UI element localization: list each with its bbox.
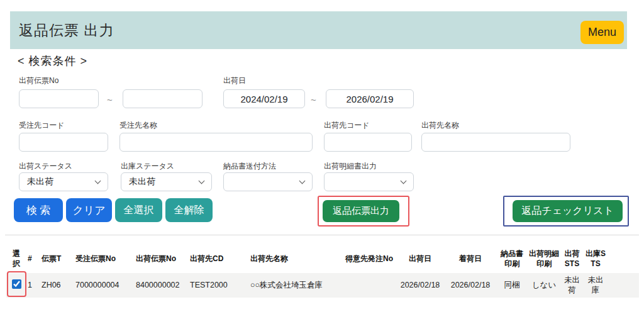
col-header-dest-name: 出荷先名称 [249,245,342,273]
row-outbound-sts: 未出庫 [583,273,608,298]
row-dest-cd: TEST2000 [189,273,249,298]
outbound-status-select[interactable]: 未出荷 [121,172,212,191]
slip-no-to-input[interactable] [123,89,203,108]
col-header-outbound-sts: 出庫STS [583,245,608,273]
results-table: 選択 # 伝票T 受注伝票No 出荷伝票No 出荷先CD 出荷先名称 得意先発注… [6,245,639,298]
col-header-delivery-note-print: 納品書印刷 [497,245,527,273]
ship-status-label: 出荷ステータス [19,161,72,172]
page-title: 返品伝票 出力 [19,21,114,40]
ship-date-from-input[interactable] [223,89,305,108]
order-code-label: 受注先コード [19,120,65,131]
section-divider [5,235,639,235]
search-conditions-title: < 検索条件 > [18,53,87,69]
row-ship-date: 2026/02/18 [396,273,444,298]
select-all-button[interactable]: 全選択 [115,198,162,222]
ship-date-to-input[interactable] [326,89,414,108]
col-header-ship-sts: 出荷STS [561,245,583,273]
col-header-order-slip-no: 受注伝票No [74,245,135,273]
row-arrival-date: 2026/02/18 [444,273,497,298]
outbound-status-value: 未出荷 [129,176,155,187]
delivery-note-method-label: 納品書送付方法 [223,161,276,172]
col-header-customer-order-no: 得意先発注No [342,245,396,273]
order-code-input[interactable] [19,133,108,152]
col-header-num: # [26,245,40,273]
col-header-arrival-date: 着荷日 [444,245,497,273]
menu-button[interactable]: Menu [580,21,624,44]
col-header-ship-date: 出荷日 [396,245,444,273]
row-ship-slip-no: 8400000002 [135,273,189,298]
ship-status-value: 未出荷 [27,176,53,187]
order-name-input[interactable] [119,133,313,152]
row-delivery-note-print: 同梱 [497,273,527,298]
col-header-slip-t: 伝票T [40,245,74,273]
row-slip-t: ZH06 [40,273,74,298]
search-button[interactable]: 検 索 [14,198,63,222]
row-select-checkbox[interactable] [12,279,21,289]
chevron-down-icon [299,177,306,184]
slip-no-range-tilde: ~ [107,94,113,105]
row-ship-sts: 未出荷 [561,273,583,298]
chevron-down-icon [401,177,407,184]
order-name-label: 受注先名称 [119,120,157,131]
delivery-note-method-select[interactable] [223,172,313,191]
row-ship-detail-print: しない [527,273,561,298]
slip-no-from-input[interactable] [19,89,99,108]
outbound-status-label: 出庫ステータス [121,161,174,172]
ship-date-label: 出荷日 [223,76,246,86]
col-header-ship-detail-print: 出荷明細印刷 [527,245,561,273]
row-customer-order-no [342,273,396,298]
col-header-dest-cd: 出荷先CD [189,245,249,273]
dest-name-label: 出荷先名称 [421,120,459,131]
col-header-filler [608,245,639,273]
shipping-detail-output-label: 出荷明細書出力 [324,161,377,172]
dest-name-input[interactable] [421,133,570,152]
ship-date-range-tilde: ~ [311,94,316,105]
table-header-row: 選択 # 伝票T 受注伝票No 出荷伝票No 出荷先CD 出荷先名称 得意先発注… [6,245,639,273]
row-filler [608,273,639,298]
ship-status-select[interactable]: 未出荷 [19,172,108,191]
row-dest-name: ○○株式会社埼玉倉庫 [249,273,342,298]
dest-code-input[interactable] [324,133,412,152]
col-header-select: 選択 [6,245,26,273]
chevron-down-icon [95,177,101,184]
clear-button[interactable]: クリア [66,198,112,222]
row-select-cell [6,273,26,298]
deselect-all-button[interactable]: 全解除 [165,198,213,222]
row-order-slip-no: 7000000004 [74,273,135,298]
return-checklist-button[interactable]: 返品チェックリスト [513,200,623,222]
return-slip-output-page: 返品伝票 出力 Menu < 検索条件 > 出荷伝票No ~ 出荷日 ~ 受注先… [0,0,644,319]
table-row: 1 ZH06 7000000004 8400000002 TEST2000 ○○… [6,273,639,298]
slip-no-label: 出荷伝票No [19,76,58,86]
chevron-down-icon [199,177,205,184]
dest-code-label: 出荷先コード [324,120,370,131]
col-header-ship-slip-no: 出荷伝票No [135,245,189,273]
shipping-detail-output-select[interactable] [324,172,414,191]
row-num: 1 [26,273,40,298]
return-slip-output-button[interactable]: 返品伝票出力 [323,200,399,222]
